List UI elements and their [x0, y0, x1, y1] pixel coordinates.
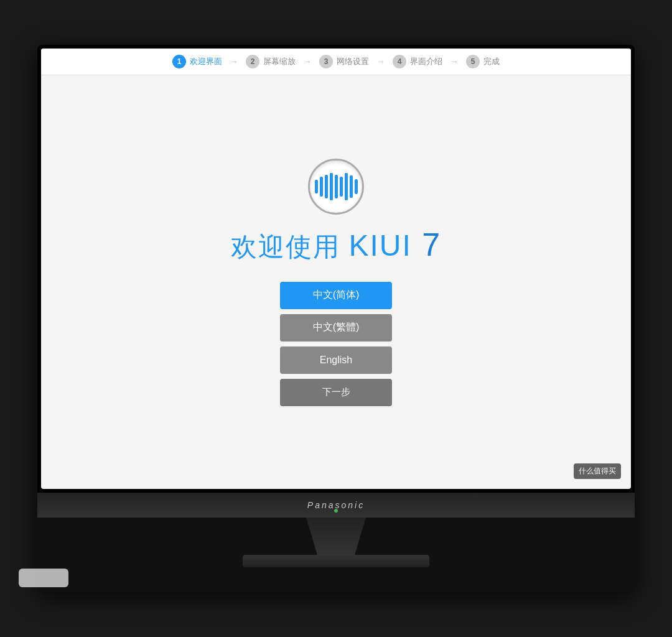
next-button[interactable]: 下一步	[280, 379, 392, 406]
arrow-4: →	[450, 57, 459, 67]
step-4: 4 界面介绍	[393, 55, 442, 68]
tv-stand-neck	[299, 518, 373, 555]
welcome-title: 欢迎使用 KIUI 7	[231, 226, 441, 264]
title-brand: KIUI	[348, 229, 411, 262]
bar-3	[325, 175, 328, 198]
logo-bars	[315, 173, 358, 200]
bar-1	[315, 180, 318, 193]
kiui-logo	[308, 159, 364, 215]
step-1-label: 欢迎界面	[190, 56, 222, 67]
bar-9	[355, 179, 358, 194]
screen-bezel: 1 欢迎界面 → 2 屏幕缩放 → 3 网络设置 → 4 界面介绍 →	[37, 45, 635, 493]
main-content: 欢迎使用 KIUI 7 中文(简体) 中文(繁體) English 下一步	[218, 75, 454, 489]
bar-8	[350, 175, 353, 198]
step-2-label: 屏幕缩放	[263, 56, 296, 67]
bar-7	[345, 173, 348, 200]
lang-chinese-simplified[interactable]: 中文(简体)	[280, 282, 392, 309]
bar-2	[320, 177, 323, 197]
tv-bottom-bar: Panasonic	[37, 493, 635, 518]
language-selection: 中文(简体) 中文(繁體) English 下一步	[280, 282, 392, 406]
title-prefix: 欢迎使用	[231, 232, 349, 261]
step-3: 3 网络设置	[319, 55, 369, 68]
bar-4	[330, 173, 333, 200]
watermark: 什么值得买	[574, 463, 621, 479]
tv-display: 1 欢迎界面 → 2 屏幕缩放 → 3 网络设置 → 4 界面介绍 →	[37, 45, 635, 592]
title-version: 7	[412, 226, 441, 263]
arrow-1: →	[230, 57, 238, 67]
step-3-circle: 3	[319, 55, 333, 68]
bar-6	[340, 177, 343, 197]
tv-stand-base	[243, 555, 429, 567]
step-5-label: 完成	[483, 56, 500, 67]
step-4-label: 界面介绍	[410, 56, 442, 67]
step-1: 1 欢迎界面	[172, 55, 222, 68]
bar-5	[335, 175, 338, 198]
lang-english[interactable]: English	[280, 346, 392, 374]
lang-chinese-traditional[interactable]: 中文(繁體)	[280, 314, 392, 342]
power-indicator	[334, 509, 338, 513]
step-1-circle: 1	[172, 55, 186, 68]
arrow-3: →	[376, 57, 385, 67]
progress-bar: 1 欢迎界面 → 2 屏幕缩放 → 3 网络设置 → 4 界面介绍 →	[41, 49, 631, 75]
step-5-circle: 5	[466, 55, 480, 68]
step-5: 5 完成	[466, 55, 500, 68]
step-2-circle: 2	[246, 55, 259, 68]
arrow-2: →	[303, 57, 312, 67]
step-4-circle: 4	[393, 55, 406, 68]
tv-screen: 1 欢迎界面 → 2 屏幕缩放 → 3 网络设置 → 4 界面介绍 →	[41, 49, 631, 489]
remote-control	[19, 569, 68, 587]
step-3-label: 网络设置	[337, 56, 369, 67]
step-2: 2 屏幕缩放	[246, 55, 296, 68]
